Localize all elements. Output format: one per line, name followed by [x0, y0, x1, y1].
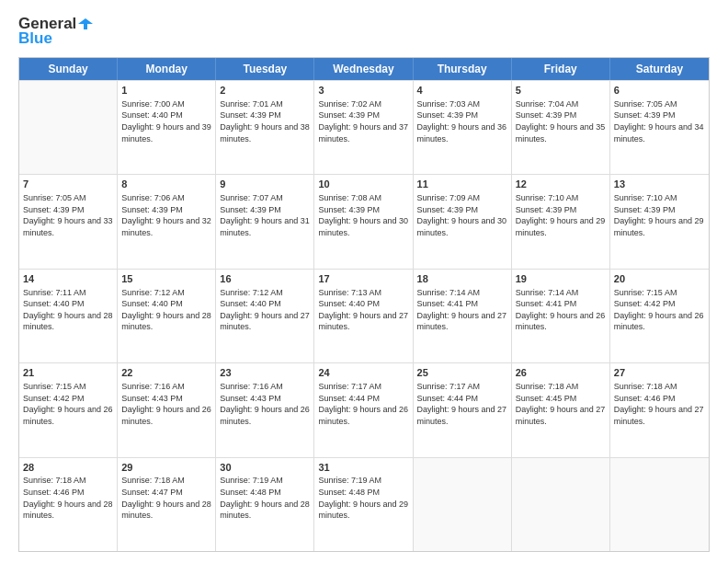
cell-detail: Sunrise: 7:19 AM Sunset: 4:48 PM Dayligh… [220, 475, 310, 521]
week-row-3: 21Sunrise: 7:15 AM Sunset: 4:42 PM Dayli… [19, 362, 709, 456]
week-row-4: 28Sunrise: 7:18 AM Sunset: 4:46 PM Dayli… [19, 457, 709, 551]
cal-cell-29: 29Sunrise: 7:18 AM Sunset: 4:47 PM Dayli… [118, 458, 216, 551]
cell-detail: Sunrise: 7:10 AM Sunset: 4:39 PM Dayligh… [614, 192, 705, 238]
cell-detail: Sunrise: 7:17 AM Sunset: 4:44 PM Dayligh… [318, 381, 408, 427]
cal-cell-23: 23Sunrise: 7:16 AM Sunset: 4:43 PM Dayli… [216, 363, 314, 456]
cal-cell-18: 18Sunrise: 7:14 AM Sunset: 4:41 PM Dayli… [414, 270, 512, 362]
cell-detail: Sunrise: 7:05 AM Sunset: 4:39 PM Dayligh… [614, 98, 705, 144]
day-number: 25 [417, 366, 507, 380]
cell-detail: Sunrise: 7:09 AM Sunset: 4:39 PM Dayligh… [417, 192, 507, 238]
day-number: 16 [220, 272, 310, 286]
cal-cell-6: 6Sunrise: 7:05 AM Sunset: 4:39 PM Daylig… [610, 81, 709, 174]
day-number: 12 [516, 178, 606, 191]
cell-detail: Sunrise: 7:05 AM Sunset: 4:39 PM Dayligh… [23, 192, 113, 238]
day-header-sunday: Sunday [19, 58, 118, 80]
cell-detail: Sunrise: 7:17 AM Sunset: 4:44 PM Dayligh… [417, 381, 507, 427]
day-number: 30 [220, 461, 310, 475]
day-header-saturday: Saturday [610, 58, 709, 80]
cal-cell-4: 4Sunrise: 7:03 AM Sunset: 4:39 PM Daylig… [414, 81, 512, 174]
cal-cell-8: 8Sunrise: 7:06 AM Sunset: 4:39 PM Daylig… [118, 175, 216, 268]
day-number: 29 [121, 461, 211, 475]
logo-blue: Blue [18, 29, 52, 48]
cal-cell-3: 3Sunrise: 7:02 AM Sunset: 4:39 PM Daylig… [314, 81, 413, 174]
calendar-header: SundayMondayTuesdayWednesdayThursdayFrid… [19, 58, 709, 80]
cell-detail: Sunrise: 7:12 AM Sunset: 4:40 PM Dayligh… [121, 287, 211, 333]
cal-cell-11: 11Sunrise: 7:09 AM Sunset: 4:39 PM Dayli… [414, 175, 512, 268]
cell-detail: Sunrise: 7:02 AM Sunset: 4:39 PM Dayligh… [318, 98, 408, 144]
cal-cell-empty-5 [512, 458, 610, 551]
day-number: 22 [121, 366, 211, 380]
cal-cell-31: 31Sunrise: 7:19 AM Sunset: 4:48 PM Dayli… [314, 458, 413, 551]
cell-detail: Sunrise: 7:06 AM Sunset: 4:39 PM Dayligh… [121, 192, 211, 238]
day-header-monday: Monday [118, 58, 216, 80]
day-number: 6 [614, 84, 705, 98]
cal-cell-20: 20Sunrise: 7:15 AM Sunset: 4:42 PM Dayli… [610, 270, 709, 362]
svg-marker-0 [78, 18, 93, 29]
cal-cell-9: 9Sunrise: 7:07 AM Sunset: 4:39 PM Daylig… [216, 175, 314, 268]
week-row-1: 7Sunrise: 7:05 AM Sunset: 4:39 PM Daylig… [19, 174, 709, 268]
day-number: 15 [121, 272, 211, 286]
day-number: 27 [614, 366, 705, 380]
cell-detail: Sunrise: 7:18 AM Sunset: 4:45 PM Dayligh… [516, 381, 606, 427]
day-number: 8 [121, 178, 211, 191]
cal-cell-7: 7Sunrise: 7:05 AM Sunset: 4:39 PM Daylig… [19, 175, 118, 268]
cell-detail: Sunrise: 7:01 AM Sunset: 4:39 PM Dayligh… [220, 98, 310, 144]
day-number: 23 [220, 366, 310, 380]
cell-detail: Sunrise: 7:15 AM Sunset: 4:42 PM Dayligh… [23, 381, 113, 427]
cell-detail: Sunrise: 7:00 AM Sunset: 4:40 PM Dayligh… [121, 98, 211, 144]
cell-detail: Sunrise: 7:16 AM Sunset: 4:43 PM Dayligh… [220, 381, 310, 427]
day-number: 13 [614, 178, 705, 191]
cell-detail: Sunrise: 7:13 AM Sunset: 4:40 PM Dayligh… [318, 287, 408, 333]
page: General Blue SundayMondayTuesdayWednesda… [0, 0, 728, 563]
cal-cell-16: 16Sunrise: 7:12 AM Sunset: 4:40 PM Dayli… [216, 270, 314, 362]
day-number: 26 [516, 366, 606, 380]
day-number: 9 [220, 178, 310, 191]
cell-detail: Sunrise: 7:15 AM Sunset: 4:42 PM Dayligh… [614, 287, 705, 333]
cal-cell-empty-6 [610, 458, 709, 551]
day-number: 19 [516, 272, 606, 286]
cal-cell-17: 17Sunrise: 7:13 AM Sunset: 4:40 PM Dayli… [314, 270, 413, 362]
cal-cell-empty-4 [414, 458, 512, 551]
cell-detail: Sunrise: 7:18 AM Sunset: 4:46 PM Dayligh… [23, 475, 113, 521]
cal-cell-2: 2Sunrise: 7:01 AM Sunset: 4:39 PM Daylig… [216, 81, 314, 174]
day-number: 11 [417, 178, 507, 191]
day-number: 10 [318, 178, 408, 191]
day-number: 2 [220, 84, 310, 98]
cal-cell-1: 1Sunrise: 7:00 AM Sunset: 4:40 PM Daylig… [118, 81, 216, 174]
cell-detail: Sunrise: 7:16 AM Sunset: 4:43 PM Dayligh… [121, 381, 211, 427]
cal-cell-empty-0 [19, 81, 118, 174]
cal-cell-13: 13Sunrise: 7:10 AM Sunset: 4:39 PM Dayli… [610, 175, 709, 268]
cell-detail: Sunrise: 7:18 AM Sunset: 4:47 PM Dayligh… [121, 475, 211, 521]
week-row-0: 1Sunrise: 7:00 AM Sunset: 4:40 PM Daylig… [19, 80, 709, 174]
day-number: 18 [417, 272, 507, 286]
cell-detail: Sunrise: 7:07 AM Sunset: 4:39 PM Dayligh… [220, 192, 310, 238]
day-header-thursday: Thursday [414, 58, 512, 80]
day-number: 20 [614, 272, 705, 286]
cal-cell-25: 25Sunrise: 7:17 AM Sunset: 4:44 PM Dayli… [414, 363, 512, 456]
cell-detail: Sunrise: 7:14 AM Sunset: 4:41 PM Dayligh… [417, 287, 507, 333]
day-number: 28 [23, 461, 113, 475]
logo: General Blue [18, 15, 93, 48]
cal-cell-14: 14Sunrise: 7:11 AM Sunset: 4:40 PM Dayli… [19, 270, 118, 362]
cal-cell-21: 21Sunrise: 7:15 AM Sunset: 4:42 PM Dayli… [19, 363, 118, 456]
cell-detail: Sunrise: 7:14 AM Sunset: 4:41 PM Dayligh… [516, 287, 606, 333]
day-number: 14 [23, 272, 113, 286]
cell-detail: Sunrise: 7:03 AM Sunset: 4:39 PM Dayligh… [417, 98, 507, 144]
day-number: 3 [318, 84, 408, 98]
cell-detail: Sunrise: 7:18 AM Sunset: 4:46 PM Dayligh… [614, 381, 705, 427]
cell-detail: Sunrise: 7:19 AM Sunset: 4:48 PM Dayligh… [318, 475, 408, 521]
cal-cell-5: 5Sunrise: 7:04 AM Sunset: 4:39 PM Daylig… [512, 81, 610, 174]
day-number: 1 [121, 84, 211, 98]
day-number: 21 [23, 366, 113, 380]
day-header-friday: Friday [512, 58, 610, 80]
calendar-body: 1Sunrise: 7:00 AM Sunset: 4:40 PM Daylig… [19, 80, 709, 551]
day-number: 5 [516, 84, 606, 98]
cell-detail: Sunrise: 7:12 AM Sunset: 4:40 PM Dayligh… [220, 287, 310, 333]
cal-cell-24: 24Sunrise: 7:17 AM Sunset: 4:44 PM Dayli… [314, 363, 413, 456]
cal-cell-19: 19Sunrise: 7:14 AM Sunset: 4:41 PM Dayli… [512, 270, 610, 362]
cell-detail: Sunrise: 7:08 AM Sunset: 4:39 PM Dayligh… [318, 192, 408, 238]
header: General Blue [18, 15, 710, 48]
day-number: 31 [318, 461, 408, 475]
day-number: 24 [318, 366, 408, 380]
week-row-2: 14Sunrise: 7:11 AM Sunset: 4:40 PM Dayli… [19, 269, 709, 362]
